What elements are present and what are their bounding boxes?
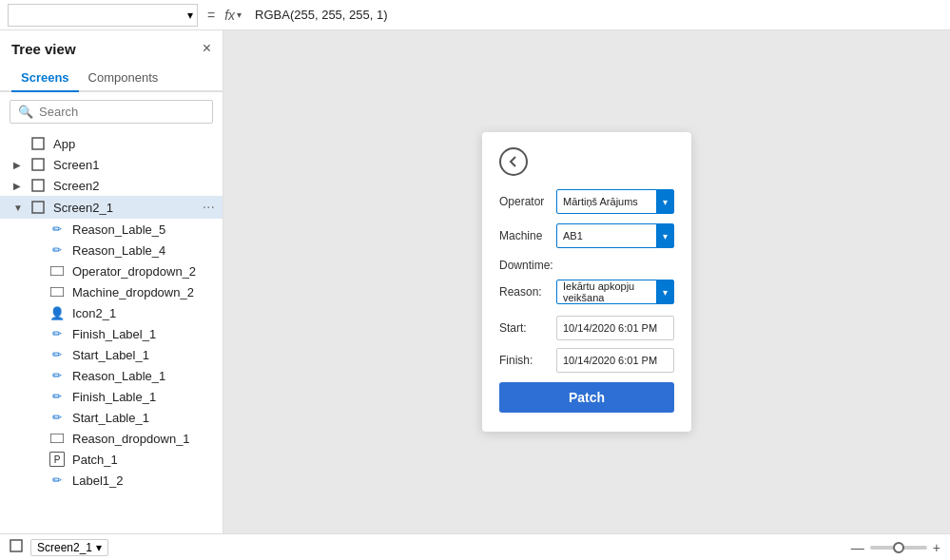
fx-icon: fx — [224, 8, 235, 23]
item-label: Finish_Label_1 — [72, 327, 215, 341]
svg-rect-7 — [10, 540, 22, 551]
tree-item-icon2-1[interactable]: 👤 Icon2_1 — [0, 302, 223, 323]
sidebar-header: Tree view × — [0, 30, 223, 65]
screen-tag[interactable]: Screen2_1 ▾ — [30, 539, 108, 556]
tree-item-patch-1[interactable]: P Patch_1 — [0, 449, 223, 470]
svg-rect-6 — [50, 434, 64, 443]
pencil-icon: ✏ — [49, 222, 65, 237]
operator-dropdown[interactable]: Mārtiņš Arājums ▾ — [556, 189, 674, 214]
pencil-icon: ✏ — [49, 326, 65, 341]
item-label: App — [53, 137, 215, 151]
zoom-plus-button[interactable]: + — [933, 540, 940, 555]
tree-item-finish-lable-1[interactable]: ✏ Finish_Lable_1 — [0, 386, 223, 407]
screen-icon — [49, 284, 65, 299]
tree-item-reason-lable-4[interactable]: ✏ Reason_Lable_4 — [0, 240, 223, 261]
canvas-area: Operator Mārtiņš Arājums ▾ Machine AB1 ▾… — [223, 30, 950, 533]
tab-screens[interactable]: Screens — [11, 65, 79, 92]
zoom-controls: — + — [851, 540, 940, 555]
tree-item-reason-lable-5[interactable]: ✏ Reason_Lable_5 — [0, 219, 223, 240]
start-value: 10/14/2020 6:01 PM — [563, 322, 657, 334]
tree-item-screen1[interactable]: ▶ Screen1 — [0, 154, 223, 175]
main-layout: Tree view × Screens Components 🔍 App — [0, 30, 950, 533]
machine-label: Machine — [499, 229, 556, 242]
item-label: Screen2 — [53, 179, 215, 193]
tree-item-reason-lable-1[interactable]: ✏ Reason_Lable_1 — [0, 365, 223, 386]
item-label: Reason_dropdown_1 — [72, 432, 215, 446]
dropdown-chevron: ▾ — [187, 9, 193, 22]
tree-item-finish-label-1[interactable]: ✏ Finish_Label_1 — [0, 323, 223, 344]
screen-icon — [30, 200, 46, 215]
zoom-slider-thumb — [893, 542, 904, 553]
sidebar-tree: App ▶ Screen1 ▶ Screen2 — [0, 131, 223, 533]
tree-item-start-label-1[interactable]: ✏ Start_Label_1 — [0, 344, 223, 365]
operator-value: Mārtiņš Arājums — [563, 196, 656, 207]
reason-label: Reason: — [499, 285, 556, 299]
pencil-icon: ✏ — [49, 368, 65, 383]
svg-rect-0 — [32, 138, 44, 149]
people-icon: 👤 — [49, 305, 65, 320]
item-label: Start_Lable_1 — [72, 411, 215, 425]
tree-item-reason-dropdown-1[interactable]: Reason_dropdown_1 — [0, 428, 223, 449]
tree-item-screen2-1[interactable]: ▼ Screen2_1 ··· — [0, 196, 223, 219]
bottom-bar: Screen2_1 ▾ — + — [0, 533, 950, 560]
svg-rect-4 — [50, 266, 64, 276]
item-label: Screen2_1 — [53, 201, 199, 215]
tab-components[interactable]: Components — [79, 65, 168, 92]
tree-item-label1-2[interactable]: ✏ Label1_2 — [0, 470, 223, 491]
start-label: Start: — [499, 321, 556, 335]
screen-icon — [49, 263, 65, 279]
item-label: Reason_Lable_1 — [72, 369, 215, 383]
item-label: Operator_dropdown_2 — [72, 264, 215, 279]
item-label: Reason_Lable_4 — [72, 243, 215, 258]
item-label: Finish_Lable_1 — [72, 390, 215, 404]
expand-icon: ▼ — [13, 203, 27, 213]
tree-item-machine-dropdown-2[interactable]: Machine_dropdown_2 — [0, 281, 223, 302]
tree-item-app[interactable]: App — [0, 133, 223, 154]
operator-dropdown-arrow: ▾ — [656, 190, 673, 213]
screen-tag-label: Screen2_1 — [37, 541, 92, 554]
patch-button[interactable]: Patch — [499, 382, 674, 413]
pencil-icon: ✏ — [49, 389, 65, 404]
sidebar-tabs: Screens Components — [0, 65, 223, 92]
fx-chevron: ▾ — [237, 10, 242, 20]
finish-row: Finish: 10/14/2020 6:01 PM — [499, 348, 674, 373]
machine-dropdown[interactable]: AB1 ▾ — [556, 223, 674, 248]
machine-dropdown-arrow: ▾ — [656, 224, 673, 247]
zoom-slider[interactable] — [870, 546, 927, 550]
top-bar: ▾ = fx ▾ RGBA(255, 255, 255, 1) — [0, 0, 950, 30]
preview-card: Operator Mārtiņš Arājums ▾ Machine AB1 ▾… — [482, 132, 691, 432]
start-input[interactable]: 10/14/2020 6:01 PM — [556, 316, 674, 340]
finish-input[interactable]: 10/14/2020 6:01 PM — [556, 348, 674, 373]
back-button[interactable] — [499, 147, 528, 176]
machine-value: AB1 — [563, 230, 656, 241]
expand-icon: ▶ — [13, 160, 27, 170]
screen-icon — [30, 178, 46, 193]
sidebar-title: Tree view — [11, 41, 76, 57]
back-icon — [506, 154, 521, 169]
downtime-label: Downtime: — [499, 259, 553, 272]
screen-icon — [30, 136, 46, 151]
zoom-minus-button[interactable]: — — [851, 540, 864, 555]
close-icon[interactable]: × — [203, 40, 211, 57]
search-input[interactable] — [39, 105, 204, 119]
reason-dropdown[interactable]: Iekārtu apkopju veikšana ▾ — [556, 280, 674, 304]
item-label: Reason_Lable_5 — [72, 222, 215, 237]
machine-row: Machine AB1 ▾ — [499, 223, 674, 248]
item-label: Icon2_1 — [72, 306, 215, 320]
svg-rect-1 — [32, 159, 44, 170]
operator-label: Operator — [499, 195, 556, 208]
screen-icon — [49, 431, 65, 446]
fx-button[interactable]: fx ▾ — [224, 8, 242, 23]
top-bar-dropdown[interactable]: ▾ — [8, 4, 198, 27]
tree-item-operator-dropdown-2[interactable]: Operator_dropdown_2 — [0, 261, 223, 281]
svg-rect-5 — [50, 287, 64, 297]
pencil-icon: ✏ — [49, 347, 65, 362]
screen-tag-chevron: ▾ — [96, 541, 102, 554]
patch-icon: P — [49, 452, 65, 467]
item-label: Screen1 — [53, 158, 215, 172]
screen-icon-bottom — [10, 539, 23, 555]
tree-item-start-lable-1[interactable]: ✏ Start_Lable_1 — [0, 407, 223, 428]
more-icon[interactable]: ··· — [203, 199, 215, 216]
downtime-section: Downtime: — [499, 258, 674, 272]
tree-item-screen2[interactable]: ▶ Screen2 — [0, 175, 223, 196]
